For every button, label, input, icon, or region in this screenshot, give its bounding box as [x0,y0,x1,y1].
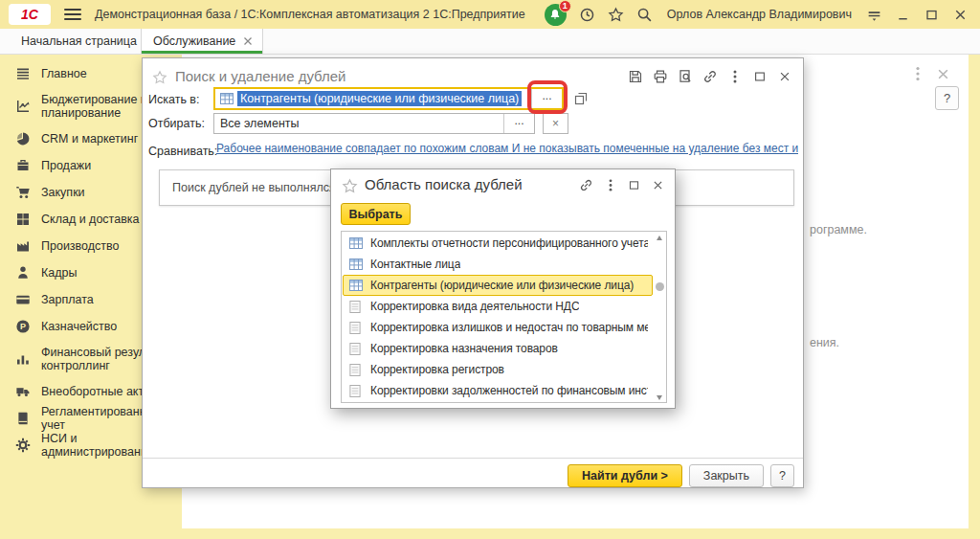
filter-clear-button[interactable]: × [543,113,568,134]
window-title: Демонстрационная база / 1С:Комплексная а… [95,8,525,21]
save-icon[interactable] [627,68,643,84]
search-icon[interactable] [636,7,653,23]
main-menu-icon[interactable] [64,9,81,20]
search-in-choose-button[interactable]: ... [531,89,562,108]
tab-obsluzhivanie[interactable]: Обслуживание [141,29,263,54]
open-value-icon[interactable] [573,91,590,107]
more-actions-icon[interactable] [726,68,743,84]
background-text-fragment: ения. [810,336,839,349]
modal-title: Область поиска дублей [365,176,523,192]
list-item[interactable]: Комплекты отчетности персонифицированног… [343,233,653,254]
truck-icon [14,384,31,400]
list-item[interactable]: Корректировка вида деятельности НДС [343,296,653,317]
factory-icon [14,238,31,255]
compare-label: Сравнивать: [148,145,217,158]
dialog-title: Поиск и удаление дублей [175,68,345,84]
notification-badge: 1 [559,0,571,12]
list-item-selected[interactable]: Контрагенты (юридические или физические … [343,275,653,296]
catalog-table-icon [349,258,363,270]
select-button[interactable]: Выбрать [341,203,411,225]
modal-close-icon[interactable] [650,177,666,193]
1c-logo[interactable]: 1С [9,4,51,25]
filter-field[interactable]: Все элементы ... [213,113,535,134]
dialog-help-button[interactable]: ? [770,464,794,487]
favorites-star-icon[interactable] [608,7,624,23]
document-icon [349,343,363,355]
close-window-icon[interactable] [952,7,969,23]
notifications-bell-icon[interactable]: 1 [545,4,567,26]
minimize-icon[interactable] [895,7,911,23]
get-link-icon[interactable] [702,68,718,84]
svg-text:Р: Р [19,322,25,331]
compare-rules-link[interactable]: Рабочее наименование совпадает по похожи… [216,142,798,155]
modal-link-icon[interactable] [578,177,594,193]
briefcase-icon [14,158,31,174]
book-icon [14,411,31,427]
titlebar: 1С Демонстрационная база / 1С:Комплексна… [0,0,980,29]
scroll-down-icon[interactable] [657,395,662,400]
bar-chart-icon [14,351,31,368]
home-tab-label: Начальная страница [21,34,137,48]
document-icon [349,364,363,376]
application-window: 1С Демонстрационная база / 1С:Комплексна… [0,0,980,539]
search-in-field[interactable]: Контрагенты (юридические или физические … [213,87,564,110]
modal-maximize-icon[interactable] [626,177,642,193]
list-item[interactable]: Корректировка излишков и недостач по тов… [343,317,653,338]
form-more-icon[interactable] [916,66,920,81]
search-in-label: Искать в: [148,93,199,106]
history-icon[interactable] [579,7,595,23]
form-close-icon[interactable] [937,68,949,80]
filter-value: Все элементы [214,117,300,130]
dialog-maximize-icon[interactable] [751,68,768,84]
scroll-thumb[interactable] [656,282,664,291]
catalog-table-icon [349,280,363,291]
maximize-icon[interactable] [924,7,940,23]
list-item[interactable]: Корректировка регистров [343,359,653,380]
tab-close-icon[interactable] [243,36,253,46]
filter-choose-button[interactable]: ... [503,114,534,133]
dialog-close-icon[interactable] [776,68,792,84]
gear-icon [14,438,31,454]
payment-card-icon [14,292,31,308]
warehouse-boxes-icon [14,212,31,228]
cart-icon [14,185,31,201]
form-help-button[interactable]: ? [935,86,959,110]
service-menu-icon[interactable] [866,7,882,23]
current-user[interactable]: Орлов Александр Владимирович [667,8,852,21]
filter-label: Отбирать: [148,117,205,130]
scroll-up-icon[interactable] [657,236,662,240]
document-icon [349,301,363,313]
active-tab-indicator [142,51,262,54]
active-tab-label: Обслуживание [153,34,235,48]
search-in-value: Контрагенты (юридические или физические … [237,91,522,106]
1c-logo-text: 1С [21,7,38,22]
modal-favorite-star-icon[interactable] [342,178,358,194]
main-lines-icon [14,66,31,82]
document-icon [349,385,363,397]
dialog-footer-divider [143,458,803,459]
print-preview-icon[interactable] [677,68,693,84]
list-scrollbar[interactable] [654,233,665,403]
list-item[interactable]: Корректировка назначения товаров [343,338,653,359]
planning-chart-icon [14,99,31,115]
pie-chart-icon [14,131,31,147]
document-icon [349,322,363,334]
search-area-modal: Область поиска дублей Выбрать Комплекты … [330,168,676,409]
person-icon [14,265,31,281]
background-text-fragment: рограмме. [810,223,867,236]
print-icon[interactable] [652,68,668,84]
modal-more-icon[interactable] [602,177,618,193]
open-windows-bar: Начальная страница Обслуживание [0,29,980,55]
list-item[interactable]: Корректировки задолженностей по финансов… [343,380,653,401]
tab-home[interactable]: Начальная страница [0,29,134,54]
ruble-coin-icon: Р [14,319,31,335]
dialog-favorite-star-icon[interactable] [152,70,167,85]
find-duplicates-button[interactable]: Найти дубли > [568,464,682,487]
close-dialog-button[interactable]: Закрыть [689,464,764,487]
catalog-table-icon [220,93,234,104]
duplicates-area-list: Комплекты отчетности персонифицированног… [341,231,667,403]
catalog-table-icon [349,237,363,249]
list-item[interactable]: Контактные лица [343,254,653,275]
